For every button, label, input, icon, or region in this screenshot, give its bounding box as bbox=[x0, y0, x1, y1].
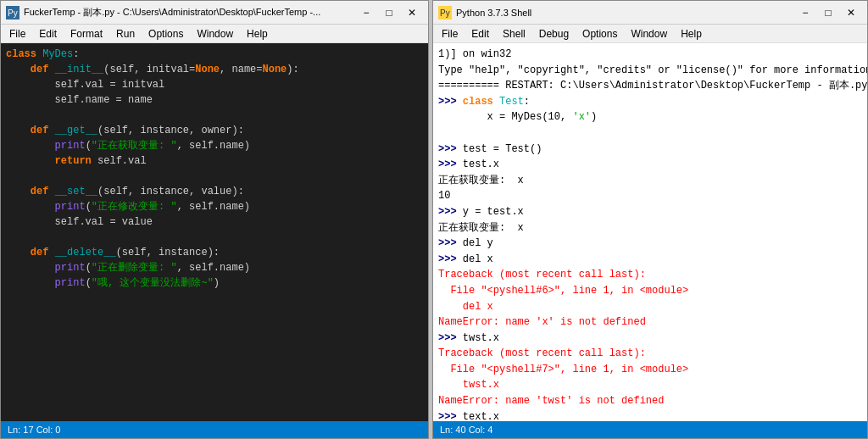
right-menu-shell[interactable]: Shell bbox=[496, 26, 532, 41]
right-title-text: Python 3.7.3 Shell bbox=[456, 8, 794, 18]
left-menu-run[interactable]: Run bbox=[109, 26, 142, 41]
left-menu-window[interactable]: Window bbox=[190, 26, 240, 41]
right-menu-file[interactable]: File bbox=[435, 26, 465, 41]
right-title-bar: Py Python 3.7.3 Shell − □ ✕ bbox=[433, 1, 867, 25]
right-minimize-button[interactable]: − bbox=[794, 4, 816, 21]
left-menu-file[interactable]: File bbox=[3, 26, 32, 41]
left-menu-format[interactable]: Format bbox=[64, 26, 109, 41]
left-close-button[interactable]: ✕ bbox=[401, 4, 423, 21]
right-maximize-button[interactable]: □ bbox=[817, 4, 839, 21]
right-close-button[interactable]: ✕ bbox=[840, 4, 862, 21]
right-shell-output[interactable]: 1)] on win32 Type "help", "copyright", "… bbox=[433, 43, 867, 421]
right-window-controls: − □ ✕ bbox=[794, 4, 862, 21]
left-menu-help[interactable]: Help bbox=[240, 26, 275, 41]
svg-text:Py: Py bbox=[440, 8, 450, 18]
right-app-icon: Py bbox=[438, 6, 452, 19]
left-status-bar: Ln: 17 Col: 0 bbox=[1, 421, 428, 438]
left-maximize-button[interactable]: □ bbox=[378, 4, 400, 21]
left-app-icon: Py bbox=[6, 6, 19, 19]
right-menu-debug[interactable]: Debug bbox=[532, 26, 576, 41]
left-minimize-button[interactable]: − bbox=[355, 4, 377, 21]
svg-text:Py: Py bbox=[8, 8, 18, 18]
right-status-bar: Ln: 40 Col: 4 bbox=[433, 421, 867, 438]
right-menu-bar: File Edit Shell Debug Options Window Hel… bbox=[433, 25, 867, 43]
left-title-text: FuckerTemp - 副本.py - C:\Users\Administra… bbox=[24, 6, 355, 19]
left-status-text: Ln: 17 Col: 0 bbox=[8, 425, 60, 435]
right-shell-window: Py Python 3.7.3 Shell − □ ✕ File Edit Sh… bbox=[432, 0, 868, 439]
right-menu-options[interactable]: Options bbox=[576, 26, 624, 41]
left-menu-edit[interactable]: Edit bbox=[32, 26, 64, 41]
left-code-editor[interactable]: class MyDes: def __init__(self, initval=… bbox=[1, 43, 428, 421]
left-menu-bar: File Edit Format Run Options Window Help bbox=[1, 25, 428, 43]
left-window-controls: − □ ✕ bbox=[355, 4, 423, 21]
right-menu-window[interactable]: Window bbox=[624, 26, 674, 41]
left-editor-window: Py FuckerTemp - 副本.py - C:\Users\Adminis… bbox=[0, 0, 429, 439]
right-status-text: Ln: 40 Col: 4 bbox=[440, 425, 492, 435]
right-menu-edit[interactable]: Edit bbox=[465, 26, 496, 41]
left-menu-options[interactable]: Options bbox=[142, 26, 190, 41]
right-menu-help[interactable]: Help bbox=[674, 26, 709, 41]
left-title-bar: Py FuckerTemp - 副本.py - C:\Users\Adminis… bbox=[1, 1, 428, 25]
